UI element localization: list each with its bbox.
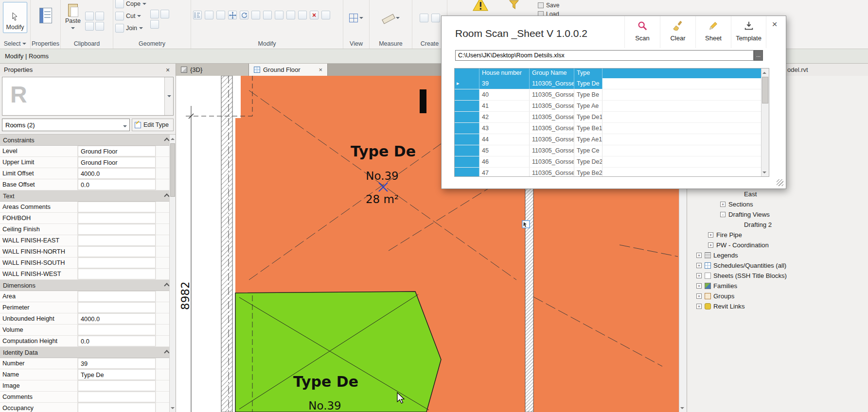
grid-row-46[interactable]: 46110305_Gorssel...Type De2: [455, 156, 769, 168]
rotate-icon[interactable]: [240, 11, 248, 19]
match-type-icon[interactable]: [85, 12, 94, 20]
prop-row-computation-height[interactable]: Computation Height0.0: [0, 336, 176, 347]
trim-icon[interactable]: [251, 11, 260, 19]
browser-item-revit-links[interactable]: +Revit Links: [687, 301, 868, 311]
scroll-up-icon[interactable]: [762, 69, 767, 76]
row-selector[interactable]: [455, 145, 479, 156]
pin-icon[interactable]: [275, 11, 283, 19]
section-identity-data[interactable]: Identity Data: [0, 347, 176, 358]
expand-icon[interactable]: +: [696, 283, 702, 289]
prop-row-comments[interactable]: Comments: [0, 392, 176, 403]
properties-close-icon[interactable]: ×: [164, 66, 172, 74]
cut-icon[interactable]: [85, 22, 94, 31]
section-constraints[interactable]: Constraints: [0, 135, 176, 146]
grid-row-43[interactable]: 43110305_Gorssel...Type Be1: [455, 123, 769, 134]
row-selector[interactable]: [455, 156, 479, 167]
copy-icon[interactable]: [95, 12, 104, 20]
create-group-icon[interactable]: [420, 14, 428, 22]
type-preview[interactable]: R: [2, 77, 174, 116]
browse-button[interactable]: ...: [754, 50, 763, 61]
browser-item-drafting-views[interactable]: -Drafting Views: [687, 209, 868, 220]
tab-ground-floor[interactable]: Ground Floor ×: [249, 64, 328, 76]
grid-row-45[interactable]: 45110305_Gorssel...Type Ce: [455, 145, 769, 156]
grid-row-44[interactable]: 44110305_Gorssel...Type Ae1: [455, 134, 769, 145]
browser-item-drafting-2[interactable]: Drafting 2: [687, 220, 868, 230]
resize-grip[interactable]: [777, 179, 783, 186]
scroll-down-icon[interactable]: [762, 169, 767, 176]
grid-row-47[interactable]: 47110305_Gorssel...Type Be2: [455, 168, 769, 177]
prop-row-areas-comments[interactable]: Areas Comments: [0, 202, 176, 213]
prop-row-unbounded-height[interactable]: Unbounded Height4000.0: [0, 313, 176, 325]
browser-item-fire-pipe[interactable]: +Fire Pipe: [687, 230, 868, 240]
collapse-icon[interactable]: -: [720, 212, 726, 217]
create-assembly-icon[interactable]: [431, 14, 440, 22]
prop-row-level[interactable]: LevelGround Floor: [0, 146, 176, 157]
tab-close-icon[interactable]: ×: [319, 66, 322, 73]
browser-item-east[interactable]: East: [687, 189, 868, 199]
browser-item-schedules[interactable]: +Schedules/Quantities (all): [687, 260, 868, 271]
edit-type-button[interactable]: Edit Type: [132, 119, 174, 131]
prop-row-base-offset[interactable]: Base Offset0.0: [0, 179, 176, 190]
expand-icon[interactable]: +: [708, 242, 713, 248]
demolish-icon[interactable]: [150, 20, 159, 29]
scrollbar-thumb[interactable]: [170, 143, 175, 197]
sheet-button[interactable]: Sheet: [695, 16, 731, 48]
browser-item-families[interactable]: +Families: [687, 281, 868, 291]
prop-row-perimeter[interactable]: Perimeter: [0, 302, 176, 313]
scan-button[interactable]: Scan: [624, 16, 660, 48]
prop-row-upper-limit[interactable]: Upper LimitGround Floor: [0, 157, 176, 168]
excel-path-input[interactable]: [455, 50, 754, 61]
browser-item-sections[interactable]: +Sections: [687, 199, 868, 209]
row-selector[interactable]: [455, 112, 479, 122]
scroll-down-icon[interactable]: [679, 405, 685, 412]
move-icon[interactable]: [228, 11, 237, 19]
save-button[interactable]: Save: [538, 1, 559, 10]
prop-row-limit-offset[interactable]: Limit Offset4000.0: [0, 168, 176, 179]
match-properties-icon[interactable]: [95, 22, 104, 31]
properties-scrollbar[interactable]: [169, 135, 176, 412]
beam-cutback-icon[interactable]: [150, 10, 159, 18]
row-selector[interactable]: [455, 89, 479, 100]
filter-icon[interactable]: [509, 0, 519, 12]
expand-icon[interactable]: +: [720, 202, 726, 207]
prop-row-wall-finish-east[interactable]: WALL FINISH-EAST: [0, 235, 176, 246]
cope-button[interactable]: Cope: [115, 0, 146, 9]
prop-row-area[interactable]: Area: [0, 291, 176, 302]
scale-icon[interactable]: [298, 11, 307, 19]
browser-item-legends[interactable]: +Legends: [687, 250, 868, 260]
rooms-data-grid[interactable]: House number Group Name Type ▸ 39 110305…: [454, 68, 769, 177]
properties-icon[interactable]: [39, 8, 52, 23]
scrollbar-thumb[interactable]: [762, 77, 768, 103]
warning-icon[interactable]: [472, 0, 489, 14]
type-preview-dropdown[interactable]: [164, 77, 173, 115]
modify-button[interactable]: Modify: [3, 2, 27, 33]
mirror-icon[interactable]: [216, 11, 225, 19]
header-group-name[interactable]: Group Name: [530, 69, 574, 78]
row-selector[interactable]: [455, 134, 479, 145]
expand-icon[interactable]: +: [696, 253, 702, 258]
prop-row-number[interactable]: Number39: [0, 358, 176, 369]
row-selector[interactable]: ▸: [455, 78, 479, 89]
paint-icon[interactable]: [160, 10, 169, 18]
prop-row-foh-boh[interactable]: FOH/BOH: [0, 213, 176, 224]
align-icon[interactable]: [193, 11, 202, 19]
clear-button[interactable]: Clear: [660, 16, 695, 48]
tab-3d-view[interactable]: {3D}: [176, 64, 249, 76]
prop-row-ceiling-finish[interactable]: Ceiling Finish: [0, 224, 176, 235]
split-icon[interactable]: [263, 11, 272, 19]
select-dropdown[interactable]: Select: [0, 40, 30, 47]
expand-icon[interactable]: +: [696, 293, 702, 299]
delete-icon[interactable]: ×: [310, 11, 319, 19]
grid-row-40[interactable]: 40110305_Gorssel...Type Be: [455, 89, 769, 101]
prop-row-volume[interactable]: Volume: [0, 325, 176, 336]
scroll-down-icon[interactable]: [170, 405, 176, 412]
prop-row-wall-finish-west[interactable]: WALL FINISH-WEST: [0, 269, 176, 280]
view-grid-icon[interactable]: [349, 14, 358, 22]
header-type[interactable]: Type: [574, 69, 602, 78]
browser-item-groups[interactable]: +Groups: [687, 291, 868, 301]
cut-geometry-button[interactable]: Cut: [115, 11, 146, 21]
room-scan-dialog[interactable]: Room Scan _Sheet V 1.0.0.2 × Scan Clear …: [441, 16, 786, 189]
grid-row-42[interactable]: 42110305_Gorssel...Type De1: [455, 112, 769, 123]
prop-row-name[interactable]: NameType De: [0, 369, 176, 380]
row-selector[interactable]: [455, 123, 479, 134]
